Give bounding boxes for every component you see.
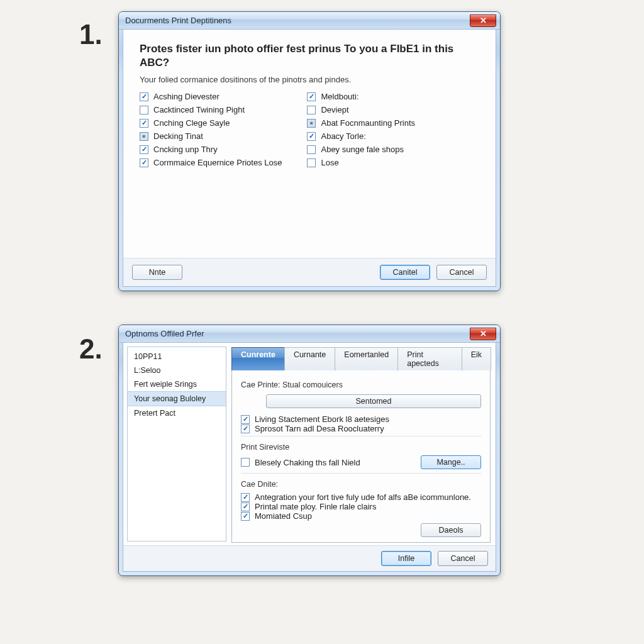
checkbox-item[interactable]: Abat Focnmaunting Prints [307, 118, 415, 128]
manage-button[interactable]: Mange.. [421, 455, 481, 469]
dialog-2-sidebar: 10PP11L:SelooFert weiple SringsYour seon… [127, 347, 226, 541]
close-icon[interactable]: ✕ [470, 328, 496, 340]
checkbox-icon [140, 106, 148, 114]
checkbox-label: Meldbouti: [321, 92, 358, 101]
checkbox-icon [140, 158, 148, 167]
tab[interactable]: Curnante [284, 347, 335, 370]
note-button[interactable]: Nnte [132, 265, 182, 280]
close-icon[interactable]: ✕ [470, 14, 496, 27]
sidebar-item[interactable]: Pretert Pact [128, 406, 226, 420]
checkbox-icon [241, 502, 250, 511]
sentomed-button[interactable]: Sentomed [266, 394, 481, 408]
checkbox-label: Acshing Dievester [153, 92, 219, 101]
checkbox-item[interactable]: Living Stactement Ebork l8 aetesiges [241, 414, 481, 424]
checkbox-item[interactable]: Deviept [307, 105, 415, 114]
checkbox-label: Sprosot Tarn adl Desa Roocluaterry [255, 424, 384, 433]
checkbox-item[interactable]: Abey sunge fale shops [307, 145, 415, 154]
checkbox-icon [241, 512, 250, 521]
confirm-button[interactable]: Canitel [380, 265, 430, 280]
checkbox-item[interactable]: Cacktinced Twining Pight [140, 105, 282, 114]
checkbox-item[interactable]: Antegration your fort tive fuly ude fof … [241, 492, 481, 502]
confirm-button[interactable]: Infile [381, 551, 431, 566]
sidebar-item[interactable]: 10PP11 [128, 350, 226, 364]
checkbox-label: Cormmaice Equernice Priotes Lose [153, 158, 282, 167]
checkbox-label: Abey sunge fale shops [321, 145, 404, 154]
checkbox-item[interactable]: Cnching Clege Sayle [140, 118, 282, 128]
step-number-2: 2. [79, 333, 103, 365]
checkbox-label: Cacktinced Twining Pight [153, 105, 245, 114]
checkbox-item[interactable]: Lose [307, 158, 415, 167]
checkbox-label: Cncking unp Thry [153, 145, 218, 154]
dialog-1-title: Docurments Print Deptitinens [125, 16, 231, 25]
checkbox-icon [140, 119, 148, 128]
checkbox-icon [307, 119, 316, 128]
details-button[interactable]: Daeols [421, 523, 481, 537]
checkbox-item[interactable]: Acshing Dievester [140, 92, 282, 101]
dialog-1-heading: Protes fister iun photo offier fest prin… [140, 42, 479, 70]
checkbox-label: Deviept [321, 105, 348, 114]
checkbox-icon [307, 132, 316, 141]
dialog-1-window: Docurments Print Deptitinens ✕ Protes fi… [118, 11, 501, 291]
tab[interactable]: Print apecteds [397, 347, 462, 370]
dialog-2-titlebar[interactable]: Optnoms Offiled Prfer ✕ [119, 325, 500, 343]
dialog-2-window: Optnoms Offiled Prfer ✕ 10PP11L:SelooFer… [118, 325, 501, 576]
dialog-1-titlebar[interactable]: Docurments Print Deptitinens ✕ [119, 12, 500, 30]
checkbox-item[interactable]: Abacy Torle: [307, 131, 415, 141]
tab[interactable]: Cunrente [231, 347, 285, 370]
section-2-title: Print Sireviste [241, 443, 481, 452]
checkbox-label: Cnching Clege Sayle [153, 118, 230, 128]
sidebar-item[interactable]: Fert weiple Srings [128, 377, 226, 391]
checkbox-icon [307, 92, 316, 101]
checkbox-icon [140, 92, 148, 101]
checkbox-item[interactable]: Meldbouti: [307, 92, 415, 101]
checkbox-icon [140, 145, 148, 154]
tab[interactable]: Eik [462, 347, 491, 370]
checkbox-item[interactable]: Cormmaice Equernice Priotes Lose [140, 158, 282, 167]
dialog-2-title: Optnoms Offiled Prfer [125, 329, 204, 338]
dialog-1-subtext: Your folied cormanice dositinons of the … [140, 75, 479, 84]
checkbox-label: Antegration your fort tive fuly ude fof … [255, 492, 471, 502]
checkbox-label: Lose [321, 158, 338, 167]
checkbox-icon [241, 415, 250, 424]
checkbox-label: Abacy Torle: [321, 131, 365, 141]
checkbox-label: Decking Tinat [153, 131, 203, 141]
dialog-2-tabs: CunrenteCurnanteEomertanledPrint apected… [231, 347, 491, 370]
cancel-button[interactable]: Cancel [438, 551, 488, 566]
checkbox-item[interactable]: Momiated Csup [241, 511, 481, 521]
checkbox-icon [307, 145, 316, 154]
checkbox-item[interactable]: Decking Tinat [140, 131, 282, 141]
checkbox-icon [140, 132, 148, 141]
checkbox-item[interactable]: Cncking unp Thry [140, 145, 282, 154]
section-3-title: Cae Dnite: [241, 480, 481, 489]
checkbox-icon [241, 458, 250, 467]
checkbox-icon [307, 158, 316, 167]
checkbox-item[interactable]: Printal mate ploy. Finle rlale clairs [241, 502, 481, 511]
checkbox-icon [307, 106, 316, 114]
checkbox-label: Abat Focnmaunting Prints [321, 118, 415, 128]
checkbox-item[interactable]: Blesely Chaking ths fall Nield [241, 458, 360, 467]
checkbox-icon [241, 493, 250, 502]
checkbox-label: Printal mate ploy. Finle rlale clairs [255, 502, 376, 511]
checkbox-label: Momiated Csup [255, 511, 312, 521]
sidebar-item[interactable]: L:Seloo [128, 364, 226, 377]
checkbox-icon [241, 425, 250, 433]
checkbox-item[interactable]: Sprosot Tarn adl Desa Roocluaterry [241, 424, 481, 433]
sidebar-item[interactable]: Your seonag Buloley [128, 391, 226, 406]
checkbox-label: Living Stactement Ebork l8 aetesiges [255, 414, 389, 424]
cancel-button[interactable]: Cancel [436, 265, 487, 280]
checkbox-label: Blesely Chaking ths fall Nield [255, 458, 360, 467]
step-number-1: 1. [79, 19, 103, 50]
section-1-title: Cae Printe: Stual comouicers [241, 380, 481, 389]
tab[interactable]: Eomertanled [335, 347, 398, 370]
